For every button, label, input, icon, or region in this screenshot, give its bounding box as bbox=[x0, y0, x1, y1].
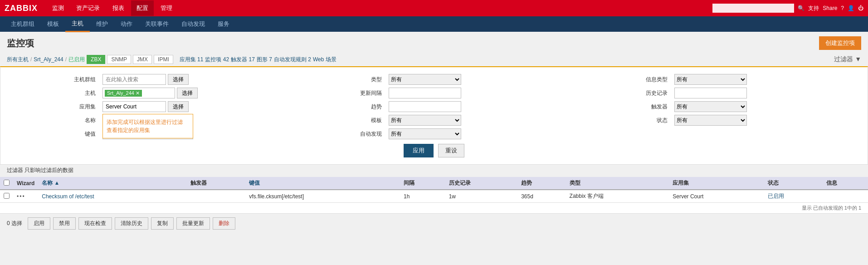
item-name-link[interactable]: Checksum of /etc/test bbox=[42, 193, 94, 200]
th-history: 历史记录 bbox=[445, 177, 518, 190]
subnav-hosts[interactable]: 主机 bbox=[65, 16, 90, 32]
count-graphs[interactable]: 图形 7 bbox=[257, 56, 272, 64]
row-appset: Server Court bbox=[669, 190, 764, 203]
tab-jmx[interactable]: JMX bbox=[133, 55, 152, 64]
history-label: 历史记录 bbox=[579, 88, 670, 97]
breadcrumb-sep1: / bbox=[30, 56, 32, 63]
auto-discovery-note: 显示 已自动发现的 1中的 1 bbox=[0, 203, 868, 213]
search-icon[interactable]: 🔍 bbox=[798, 5, 805, 11]
reset-button[interactable]: 重设 bbox=[438, 144, 464, 157]
create-item-button[interactable]: 创建监控项 bbox=[819, 36, 861, 50]
th-info: 信息 bbox=[823, 177, 868, 190]
copy-button[interactable]: 复制 bbox=[151, 217, 174, 230]
breadcrumb-host[interactable]: Srt_Aly_244 bbox=[34, 56, 63, 63]
nav-assets[interactable]: 资产记录 bbox=[71, 0, 105, 16]
template-label: 模板 bbox=[293, 115, 384, 124]
th-interval: 间隔 bbox=[400, 177, 445, 190]
subnav-host-groups[interactable]: 主机群组 bbox=[5, 17, 41, 31]
count-triggers[interactable]: 触发器 17 bbox=[231, 56, 255, 64]
tab-snmp[interactable]: SNMP bbox=[107, 55, 131, 64]
subnav-actions[interactable]: 动作 bbox=[114, 17, 139, 31]
enable-button[interactable]: 启用 bbox=[28, 217, 50, 230]
check-now-button[interactable]: 现在检查 bbox=[78, 217, 112, 230]
nav-reports[interactable]: 报表 bbox=[107, 0, 130, 16]
tab-ipmi[interactable]: IPMI bbox=[154, 55, 173, 64]
name-label: 名称 bbox=[7, 115, 98, 124]
auto-select[interactable]: 所有 bbox=[389, 128, 461, 139]
row-wizard[interactable]: ••• bbox=[13, 190, 38, 203]
key-label: 键值 bbox=[7, 128, 98, 138]
count-items[interactable]: 监控项 42 bbox=[205, 56, 229, 64]
selection-count: 0 选择 bbox=[7, 220, 22, 227]
logo-text: ZABBIX bbox=[5, 4, 38, 13]
trend-input[interactable] bbox=[389, 101, 461, 112]
info-type-label: 信息类型 bbox=[579, 74, 670, 83]
row-history: 1w bbox=[445, 190, 518, 203]
wizard-dots[interactable]: ••• bbox=[17, 193, 25, 200]
th-triggers: 触发器 bbox=[187, 177, 246, 190]
user-icon[interactable]: 👤 bbox=[848, 5, 854, 11]
count-appsets[interactable]: 应用集 11 bbox=[180, 56, 204, 64]
breadcrumb-sep2: / bbox=[65, 56, 67, 63]
app-input[interactable] bbox=[102, 101, 166, 112]
th-status: 状态 bbox=[764, 177, 823, 190]
host-group-input[interactable] bbox=[102, 74, 166, 85]
row-checkbox[interactable] bbox=[0, 190, 13, 203]
th-key[interactable]: 键值 bbox=[245, 177, 400, 190]
host-tag-input[interactable]: Srt_Aly_244 ✕ bbox=[102, 88, 175, 98]
subnav-maintenance[interactable]: 维护 bbox=[90, 17, 114, 31]
nav-config[interactable]: 配置 bbox=[131, 0, 154, 16]
table-row: ••• Checksum of /etc/test vfs.file.cksum… bbox=[0, 190, 868, 203]
host-tag-remove[interactable]: ✕ bbox=[136, 90, 140, 96]
subnav-discovery[interactable]: 自动发现 bbox=[175, 17, 211, 31]
trigger-select[interactable]: 所有 bbox=[674, 101, 747, 112]
nav-admin[interactable]: 管理 bbox=[155, 0, 178, 16]
select-all-checkbox[interactable] bbox=[4, 180, 10, 186]
top-nav: ZABBIX 监测 资产记录 报表 配置 管理 🔍 支持 Share ? 👤 ⏻ bbox=[0, 0, 868, 16]
history-input[interactable] bbox=[674, 88, 747, 98]
th-appset: 应用集 bbox=[669, 177, 764, 190]
host-select-btn[interactable]: 选择 bbox=[177, 88, 198, 98]
nav-monitor[interactable]: 监测 bbox=[47, 0, 69, 16]
brand-logo: ZABBIX bbox=[5, 4, 38, 13]
global-search-input[interactable] bbox=[712, 4, 794, 13]
update-interval-label: 更新间隔 bbox=[293, 88, 384, 97]
count-web-scenarios[interactable]: Web 场景 bbox=[313, 56, 336, 64]
items-table: Wizard 名称 ▲ 触发器 键值 间隔 历史记录 趋势 类型 应用集 状态 … bbox=[0, 177, 868, 203]
share-link[interactable]: Share bbox=[823, 5, 837, 11]
subnav-services[interactable]: 服务 bbox=[211, 17, 236, 31]
filter-section: 主机群组 选择 类型 所有 信息类型 所有 主机 bbox=[0, 66, 868, 165]
status-link[interactable]: 已启用 bbox=[768, 193, 784, 199]
filter-note: 过滤器 只影响过滤后的数据 bbox=[0, 165, 868, 176]
clear-history-button[interactable]: 清除历史 bbox=[115, 217, 148, 230]
delete-button[interactable]: 删除 bbox=[213, 217, 235, 230]
logout-icon[interactable]: ⏻ bbox=[858, 5, 863, 11]
apply-button[interactable]: 应用 bbox=[404, 144, 434, 157]
breadcrumb-all-hosts[interactable]: 所有主机 bbox=[7, 56, 29, 64]
filter-toggle-icon[interactable]: 过滤器 ▼ bbox=[834, 55, 861, 64]
tab-zbx[interactable]: ZBX bbox=[87, 55, 105, 64]
app-select-btn[interactable]: 选择 bbox=[168, 101, 189, 112]
info-type-select[interactable]: 所有 bbox=[674, 74, 747, 85]
help-link[interactable]: ? bbox=[841, 5, 844, 11]
type-select[interactable]: 所有 bbox=[389, 74, 461, 85]
th-name[interactable]: 名称 ▲ bbox=[38, 177, 186, 190]
state2-select[interactable]: 所有 bbox=[674, 115, 747, 126]
page-header: 监控项 创建监控项 bbox=[0, 32, 868, 53]
subnav-templates[interactable]: 模板 bbox=[41, 17, 65, 31]
top-right-tools: 🔍 支持 Share ? 👤 ⏻ bbox=[712, 4, 863, 13]
disable-button[interactable]: 禁用 bbox=[53, 217, 76, 230]
row-info bbox=[823, 190, 868, 203]
row-select-checkbox[interactable] bbox=[4, 193, 10, 199]
subnav-correlation[interactable]: 关联事件 bbox=[139, 17, 175, 31]
support-link[interactable]: 支持 bbox=[808, 5, 819, 12]
th-checkbox bbox=[0, 177, 13, 190]
row-status[interactable]: 已启用 bbox=[764, 190, 823, 203]
row-name: Checksum of /etc/test bbox=[38, 190, 186, 203]
th-trend: 趋势 bbox=[517, 177, 566, 190]
mass-update-button[interactable]: 批量更新 bbox=[176, 217, 210, 230]
update-interval-input[interactable] bbox=[389, 88, 461, 98]
host-group-select-btn[interactable]: 选择 bbox=[168, 74, 189, 85]
template-select[interactable]: 所有 bbox=[389, 115, 461, 126]
count-discovery-rules[interactable]: 自动发现规则 2 bbox=[274, 56, 311, 64]
